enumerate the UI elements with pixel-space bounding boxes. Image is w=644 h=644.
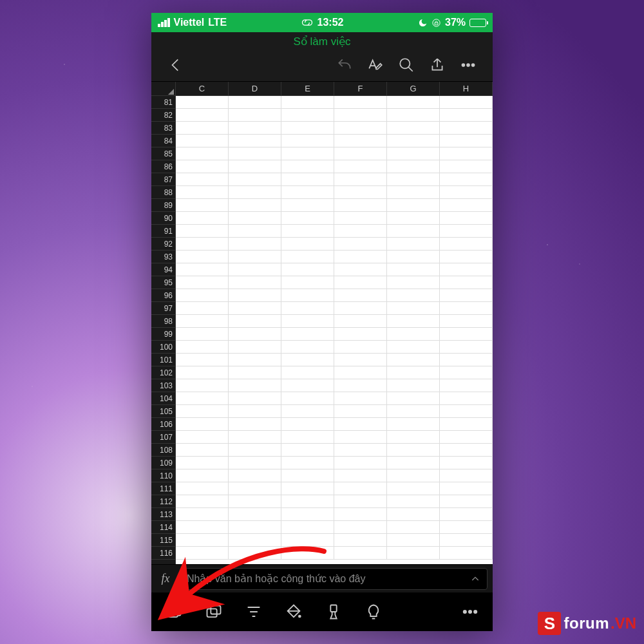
document-title[interactable]: Sổ làm việc	[151, 32, 493, 48]
cell[interactable]	[281, 251, 334, 263]
cell[interactable]	[387, 212, 440, 225]
cell[interactable]	[229, 315, 281, 328]
row-header[interactable]: 116	[151, 547, 175, 560]
row-header[interactable]: 109	[151, 457, 175, 469]
cell[interactable]	[229, 263, 281, 276]
cell[interactable]	[281, 418, 334, 431]
cell[interactable]	[176, 328, 229, 341]
cell[interactable]	[440, 122, 493, 135]
cell[interactable]	[387, 302, 440, 315]
cell[interactable]	[387, 431, 440, 444]
filter-button[interactable]	[235, 596, 272, 627]
row-header[interactable]: 95	[151, 276, 175, 289]
cell[interactable]	[334, 444, 387, 457]
cell[interactable]	[440, 341, 493, 354]
cell[interactable]	[281, 495, 334, 508]
cell[interactable]	[281, 212, 334, 225]
row-header[interactable]: 89	[151, 199, 175, 212]
formula-input[interactable]: Nhập văn bản hoặc công thức vào đây	[180, 568, 488, 590]
select-all-corner[interactable]	[151, 82, 176, 96]
cell[interactable]	[176, 199, 229, 212]
cell[interactable]	[440, 238, 493, 251]
cell[interactable]	[229, 251, 281, 263]
row-header[interactable]: 105	[151, 405, 175, 418]
cell[interactable]	[334, 508, 387, 521]
row-header[interactable]: 98	[151, 315, 175, 328]
cell[interactable]	[440, 135, 493, 147]
share-button[interactable]	[422, 50, 453, 80]
cell[interactable]	[176, 160, 229, 173]
cell[interactable]	[229, 302, 281, 315]
cell[interactable]	[281, 431, 334, 444]
col-header-G[interactable]: G	[387, 82, 440, 96]
cell[interactable]	[281, 96, 334, 109]
cell[interactable]	[387, 289, 440, 302]
spreadsheet[interactable]: CDEFGH 818283848586878889909192939495969…	[151, 82, 493, 564]
cell[interactable]	[440, 366, 493, 379]
cell[interactable]	[334, 302, 387, 315]
cell[interactable]	[176, 122, 229, 135]
cell[interactable]	[334, 521, 387, 534]
cell[interactable]	[176, 482, 229, 495]
cell[interactable]	[229, 341, 281, 354]
cell[interactable]	[387, 135, 440, 147]
cell[interactable]	[281, 160, 334, 173]
col-header-E[interactable]: E	[281, 82, 334, 96]
cell[interactable]	[281, 328, 334, 341]
cell[interactable]	[176, 547, 229, 560]
fill-button[interactable]	[275, 596, 312, 627]
undo-button[interactable]	[329, 50, 360, 80]
cell[interactable]	[334, 160, 387, 173]
cell[interactable]	[387, 96, 440, 109]
cell[interactable]	[229, 212, 281, 225]
cell[interactable]	[440, 431, 493, 444]
cell[interactable]	[281, 109, 334, 122]
cell[interactable]	[176, 276, 229, 289]
cell[interactable]	[334, 418, 387, 431]
cell[interactable]	[334, 328, 387, 341]
cell[interactable]	[229, 173, 281, 186]
cell[interactable]	[387, 122, 440, 135]
fx-label[interactable]: fx	[156, 572, 175, 585]
cell[interactable]	[334, 495, 387, 508]
row-header[interactable]: 87	[151, 173, 175, 186]
cell[interactable]	[229, 547, 281, 560]
cell[interactable]	[387, 508, 440, 521]
cell[interactable]	[229, 418, 281, 431]
cell[interactable]	[281, 186, 334, 199]
cell[interactable]	[176, 135, 229, 147]
cell[interactable]	[281, 534, 334, 547]
cell[interactable]	[387, 405, 440, 418]
cell[interactable]	[387, 238, 440, 251]
row-header[interactable]: 99	[151, 328, 175, 341]
cell[interactable]	[229, 147, 281, 160]
cell[interactable]	[176, 431, 229, 444]
cell[interactable]	[176, 109, 229, 122]
cell[interactable]	[229, 392, 281, 405]
cell[interactable]	[229, 495, 281, 508]
cell[interactable]	[440, 315, 493, 328]
cell[interactable]	[176, 289, 229, 302]
cell[interactable]	[334, 457, 387, 469]
cell[interactable]	[281, 225, 334, 238]
cell[interactable]	[387, 251, 440, 263]
cell[interactable]	[229, 482, 281, 495]
cell[interactable]	[440, 508, 493, 521]
cell[interactable]	[176, 238, 229, 251]
search-button[interactable]	[391, 50, 422, 80]
cell[interactable]	[387, 160, 440, 173]
cell[interactable]	[440, 482, 493, 495]
cell[interactable]	[387, 263, 440, 276]
sheets-button[interactable]	[195, 596, 232, 627]
cell[interactable]	[387, 186, 440, 199]
cell[interactable]	[229, 96, 281, 109]
cell[interactable]	[440, 354, 493, 366]
cell[interactable]	[229, 521, 281, 534]
cell[interactable]	[334, 534, 387, 547]
cell[interactable]	[176, 212, 229, 225]
cell[interactable]	[176, 173, 229, 186]
cell[interactable]	[281, 482, 334, 495]
cell[interactable]	[229, 444, 281, 457]
row-header[interactable]: 88	[151, 186, 175, 199]
row-header[interactable]: 102	[151, 366, 175, 379]
